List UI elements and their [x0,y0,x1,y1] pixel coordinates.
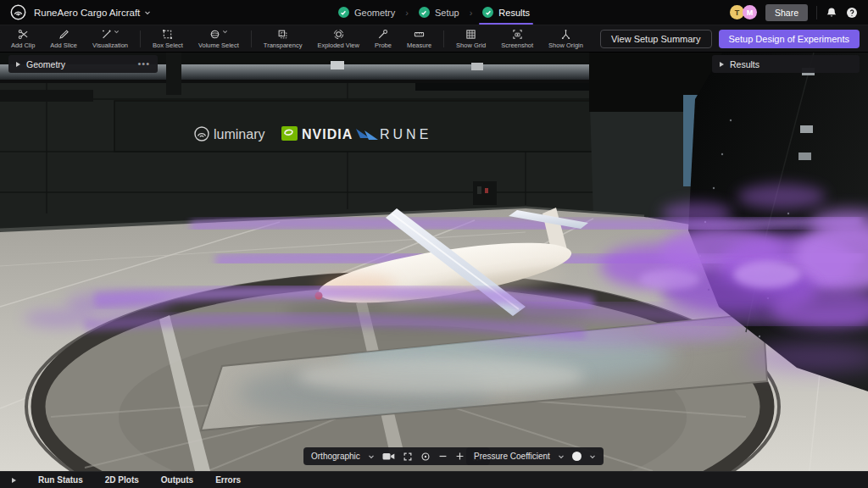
svg-text:RUNE: RUNE [380,127,431,141]
expand-triangle-icon[interactable] [16,62,20,67]
tab-outputs[interactable]: Outputs [161,475,193,485]
field-selector-dropdown[interactable]: Pressure Coefficient [474,452,550,461]
results-panel-title: Results [730,59,852,69]
grid-icon [465,29,476,40]
axes-origin-icon [560,29,571,40]
nvidia-wall-logo: NVIDIA [281,126,353,141]
svg-text:luminary: luminary [214,127,264,141]
breadcrumb-label: Geometry [354,8,395,18]
breadcrumb-results[interactable]: Results [481,0,531,25]
divider [816,6,817,19]
project-title-menu[interactable]: RuneAero Cargo Aircraft [34,8,151,18]
tool-add-slice[interactable]: Add Slice [42,25,85,52]
chevron-down-icon [222,29,228,35]
chevron-down-icon[interactable] [589,453,596,460]
ruler-icon [414,29,425,40]
geometry-panel-title: Geometry [26,59,137,69]
tool-add-clip[interactable]: Add Clip [3,25,42,52]
box-select-icon [162,29,173,40]
tab-2d-plots[interactable]: 2D Plots [105,475,139,485]
sphere-select-icon [209,29,220,40]
tool-transparency[interactable]: Transparency [256,25,310,52]
divider [443,30,444,47]
tool-screenshot[interactable]: Screenshot [493,25,541,52]
bottom-tab-bar: Run Status 2D Plots Outputs Errors [0,471,868,488]
breadcrumb-separator: › [470,8,473,18]
check-icon [338,7,349,18]
luminary-app-logo-icon [10,4,26,20]
tool-visualization[interactable]: Visualization [85,25,136,52]
chevron-down-icon [114,29,120,35]
toolbar-actions: View Setup Summary Setup Design of Exper… [600,30,865,48]
app-window: RuneAero Cargo Aircraft Geometry › Setup [0,0,868,488]
tool-exploded-view[interactable]: Exploded View [309,25,366,52]
magic-wand-icon [101,29,112,40]
tab-errors[interactable]: Errors [215,475,241,485]
breadcrumb-separator: › [405,8,409,18]
results-panel[interactable]: Results [712,55,860,73]
geometry-panel[interactable]: Geometry ••• [8,55,158,73]
tool-measure[interactable]: Measure [399,25,439,52]
color-sphere-icon[interactable] [572,452,581,461]
field-selector-controls: Pressure Coefficient [466,447,604,465]
chevron-down-icon[interactable] [558,453,565,460]
chevron-down-icon [144,9,151,16]
fit-view-icon[interactable] [403,452,413,462]
camera-mode-dropdown[interactable]: Orthographic [311,452,360,461]
share-button[interactable]: Share [765,4,808,21]
divider [140,30,141,47]
tool-show-origin[interactable]: Show Origin [541,25,591,52]
chevron-down-icon[interactable] [368,453,375,460]
top-bar-actions: T M Share [730,4,858,21]
wind-tunnel-scene: luminary NVIDIA RUNE [0,53,868,471]
recenter-target-icon[interactable] [420,452,431,462]
check-icon [482,7,493,18]
breadcrumb-label: Results [498,8,530,18]
tool-show-grid[interactable]: Show Grid [448,25,493,52]
top-bar: RuneAero Cargo Aircraft Geometry › Setup [0,0,868,25]
tool-box-select[interactable]: Box Select [145,25,191,52]
breadcrumb-label: Setup [435,8,459,18]
layers-transparency-icon [277,29,288,40]
divider [251,30,252,47]
zoom-in-icon[interactable] [455,452,465,461]
screenshot-camera-icon [512,29,523,40]
expand-triangle-icon[interactable] [12,478,16,483]
brand: RuneAero Cargo Aircraft [10,4,151,20]
view-setup-summary-button[interactable]: View Setup Summary [600,30,712,48]
viewport-toolbar: Add Clip Add Slice Visualization Box Sel… [0,25,868,53]
tab-run-status[interactable]: Run Status [38,475,83,485]
zoom-out-icon[interactable] [438,452,448,461]
wall-logos: luminary NVIDIA RUNE [195,126,431,141]
panel-menu-icon[interactable]: ••• [137,62,150,66]
breadcrumb-setup[interactable]: Setup [417,0,461,25]
collaborator-avatars: T M [730,5,757,19]
tool-volume-select[interactable]: Volume Select [191,25,247,52]
probe-pipette-icon [377,29,388,40]
tool-probe[interactable]: Probe [367,25,399,52]
notifications-bell-icon[interactable] [826,7,837,19]
expand-triangle-icon[interactable] [720,62,724,67]
pen-slice-icon [58,29,70,40]
help-icon[interactable] [846,7,858,19]
exploded-sphere-icon [333,29,344,40]
workflow-breadcrumb: Geometry › Setup › Results [337,0,531,25]
camera-view-icon[interactable] [382,451,395,462]
setup-design-of-experiments-button[interactable]: Setup Design of Experiments [719,30,860,48]
scissors-icon [18,29,29,40]
viewport-3d-canvas[interactable]: luminary NVIDIA RUNE [0,53,868,471]
breadcrumb-geometry[interactable]: Geometry [337,0,397,25]
check-icon [419,7,430,18]
camera-controls: Orthographic [303,447,490,465]
svg-text:NVIDIA: NVIDIA [302,127,353,141]
avatar[interactable]: M [743,5,757,19]
project-title: RuneAero Cargo Aircraft [34,8,140,18]
